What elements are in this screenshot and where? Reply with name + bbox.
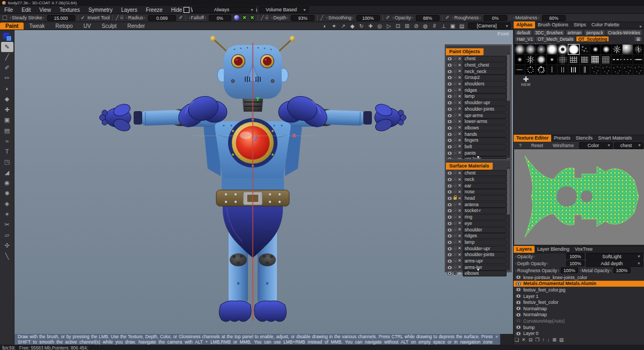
visibility-eye-icon[interactable] [447,114,452,118]
dock-tab[interactable]: Brush Options [535,21,571,28]
surface-material-row[interactable]: ✕ shoulder [447,227,507,233]
uv-texture-view[interactable] [514,149,644,245]
alpha-cell[interactable] [633,55,643,64]
light-icon[interactable]: ✦ [330,23,338,30]
camera-dropdown[interactable]: [Camera]▼ [468,23,511,29]
ortho-icon[interactable]: ⊥ [440,23,448,30]
scrollbar[interactable] [507,167,510,270]
delete-x-icon[interactable]: ✕ [458,190,462,194]
dock-tab[interactable]: Texture Editor [514,135,551,142]
move-layer-up-icon[interactable]: ↑ [542,337,545,342]
delete-x-icon[interactable]: ✕ [458,69,462,74]
surface-material-row[interactable]: ✕ head [447,195,507,202]
lock-icon[interactable] [453,253,457,256]
always-dropdown[interactable]: Always▼ [193,6,256,13]
lock-icon[interactable] [265,17,268,19]
paint-object-row[interactable]: ✕ chest_chest [447,62,507,69]
visibility-eye-icon[interactable] [447,101,452,105]
delete-layer-icon[interactable]: ✕ [522,337,526,342]
alpha-cell[interactable] [623,55,633,64]
layer-name[interactable]: CurvatureMap(Auto) [523,318,565,324]
delete-x-icon[interactable]: ✕ [458,184,462,188]
robot-3d-model[interactable]: Y Z X [14,30,513,334]
paint-object-name[interactable]: ridges [463,88,507,93]
channel-dropdown[interactable]: Color▼ [579,142,613,149]
delete-x-icon[interactable]: ✕ [458,209,462,213]
delete-x-icon[interactable]: ✕ [458,246,462,251]
opacity-value[interactable]: 88% [416,15,440,21]
dock-tab[interactable]: Stencils [573,135,596,142]
falloff-value[interactable]: 0% [209,15,231,21]
surface-material-row[interactable]: ✕ socket-r [447,208,507,214]
room-tab[interactable]: UV [78,23,97,30]
lock-icon[interactable] [120,17,123,19]
dock-tab[interactable]: Layer Blending [535,246,572,253]
layer-folder-icon[interactable]: ▤ [559,337,564,342]
surface-material-name[interactable]: ridges [463,233,507,239]
surface-material-row[interactable]: ✕ chest [447,170,507,177]
color-preview-swatch[interactable] [184,7,189,13]
pen-pressure-icon[interactable]: ╱ [320,15,323,20]
brush-icon[interactable]: ✐ [386,15,390,20]
paint-object-row[interactable]: ✕ shoulders [447,81,507,88]
room-tab[interactable]: Tweak [24,23,50,30]
lock-icon[interactable] [453,222,457,225]
new-layer-icon[interactable]: ❏ [515,337,519,342]
move-layer-down-icon[interactable]: ↓ [547,337,550,342]
delete-x-icon[interactable]: ✕ [458,94,462,99]
clear-alpha-icon[interactable]: ✕ [250,15,255,20]
frame-stamp-tool[interactable]: ◳ [1,157,13,167]
layer-name[interactable]: Metals.Ornamental Metals.Alumin [523,281,596,286]
shader-brush-tool[interactable]: ✏ [1,73,13,84]
paint-object-name[interactable]: Group2 [463,75,507,81]
surface-material-name[interactable]: lamp [463,239,507,245]
lock-icon[interactable] [453,114,457,117]
plane-tool[interactable]: ▱ [1,230,13,241]
visibility-eye-icon[interactable] [447,228,452,232]
lock-icon[interactable] [453,266,457,269]
paint-object-name[interactable]: chest_chest [463,62,507,68]
lock-icon[interactable] [453,197,457,200]
lock-icon[interactable] [453,101,457,104]
delete-x-icon[interactable]: ✕ [458,171,462,176]
delete-x-icon[interactable]: ✕ [458,126,462,130]
room-tab[interactable]: Paint [0,23,24,30]
pen-pressure-icon[interactable]: ╱ [261,15,264,20]
alpha-cell[interactable] [568,65,579,75]
lock-icon[interactable] [453,191,457,193]
delete-x-icon[interactable]: ✕ [458,144,462,149]
alpha-cell[interactable] [547,45,557,54]
surface-material-row[interactable]: ✕ ridges [447,233,507,239]
delete-x-icon[interactable]: ✕ [458,76,462,80]
surface-material-row[interactable]: ✕ neck [447,177,507,183]
spline-tool[interactable]: ≈ [1,136,13,147]
delete-x-icon[interactable]: ✕ [458,101,462,105]
paint-object-row[interactable]: ✕ shoulder-upr [447,100,507,106]
clear-falloff-icon[interactable]: ✕ [242,15,247,20]
eye-dropper-tool[interactable]: ◉ [1,178,13,188]
visibility-eye-icon[interactable] [447,145,452,149]
alpha-cell[interactable] [547,65,557,75]
alpha-cell[interactable] [580,55,590,64]
delete-x-icon[interactable]: ✕ [458,82,462,86]
visibility-eye-icon[interactable] [447,203,452,207]
paint-object-name[interactable]: upr-arms [463,113,507,119]
alpha-preset-button[interactable]: penpack [584,30,605,35]
surface-material-name[interactable]: elbows [463,271,507,276]
lock-icon[interactable] [453,178,457,181]
lock-icon[interactable] [453,76,457,79]
clay-tool[interactable]: ◗ [1,84,13,94]
layer-visibility-eye-icon[interactable] [516,313,521,317]
alpha-cell[interactable] [633,65,643,75]
roughness-value[interactable]: 0% [484,15,507,21]
visibility-eye-icon[interactable] [447,240,452,244]
paint-object-row[interactable]: ✕ belt [447,144,507,150]
paint-object-name[interactable]: hands [463,132,507,137]
delete-x-icon[interactable]: ✕ [458,132,462,136]
surface-material-name[interactable]: head [463,195,507,201]
text-tool[interactable]: T [1,147,13,157]
paint-object-name[interactable]: fingers [463,137,507,143]
visibility-eye-icon[interactable] [447,120,452,123]
alpha-cell[interactable] [558,55,568,64]
layer-visibility-eye-icon[interactable] [516,325,521,329]
